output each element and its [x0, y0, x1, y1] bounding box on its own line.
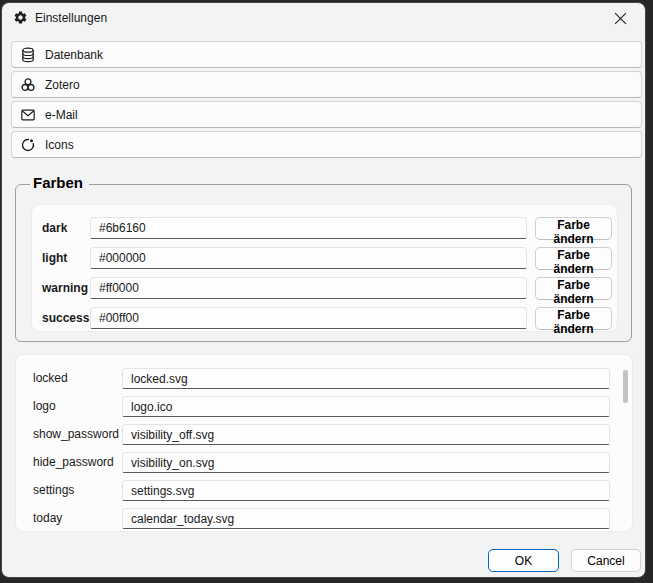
database-icon [20, 47, 36, 63]
section-label: Datenbank [45, 48, 103, 62]
change-color-button[interactable]: Farbe ändern [535, 217, 612, 240]
section-zotero[interactable]: Zotero [11, 71, 642, 98]
zotero-icon [20, 77, 36, 93]
icon-file-row-show-password: show_password [16, 424, 632, 445]
color-value-input[interactable] [90, 307, 527, 329]
icon-file-label: locked [33, 368, 68, 389]
color-row-light: light Farbe ändern [32, 247, 617, 270]
color-label: warning [42, 277, 88, 300]
icon-file-label: show_password [33, 424, 119, 445]
section-label: e-Mail [45, 108, 78, 122]
section-label: Icons [45, 138, 74, 152]
change-color-button[interactable]: Farbe ändern [535, 307, 612, 330]
icon-file-label: logo [33, 396, 56, 417]
farben-title: Farben [30, 174, 89, 191]
cancel-button[interactable]: Cancel [571, 549, 641, 572]
color-value-input[interactable] [90, 277, 527, 299]
icon-file-input[interactable] [122, 424, 610, 445]
change-color-button[interactable]: Farbe ändern [535, 277, 612, 300]
titlebar: Einstellungen [2, 3, 645, 33]
color-value-input[interactable] [90, 247, 527, 269]
icon-file-input[interactable] [122, 508, 610, 529]
icon-file-label: today [33, 508, 62, 529]
gear-icon [13, 10, 28, 25]
section-datenbank[interactable]: Datenbank [11, 41, 642, 68]
color-label: dark [42, 217, 67, 240]
icon-files-panel: locked logo show_password hide_password … [15, 354, 633, 532]
icon-file-input[interactable] [122, 452, 610, 473]
close-icon [614, 12, 627, 25]
icon-file-input[interactable] [122, 396, 610, 417]
section-label: Zotero [45, 78, 80, 92]
icon-file-label: settings [33, 480, 74, 501]
icon-file-input[interactable] [122, 480, 610, 501]
section-email[interactable]: e-Mail [11, 101, 642, 128]
farben-panel: dark Farbe ändern light Farbe ändern war… [31, 204, 618, 332]
icon-file-row-settings: settings [16, 480, 632, 501]
settings-dialog: Einstellungen Datenbank [1, 2, 646, 578]
color-value-input[interactable] [90, 217, 527, 239]
icon-file-row-logo: logo [16, 396, 632, 417]
change-color-button[interactable]: Farbe ändern [535, 247, 612, 270]
color-label: light [42, 247, 67, 270]
icon-file-row-today: today [16, 508, 632, 529]
color-row-success: success Farbe ändern [32, 307, 617, 330]
envelope-icon [20, 107, 36, 123]
section-icons[interactable]: Icons [11, 131, 642, 158]
ok-button[interactable]: OK [488, 549, 559, 572]
color-label: success [42, 307, 89, 330]
icon-file-row-locked: locked [16, 368, 632, 389]
scrollbar-thumb[interactable] [623, 370, 628, 403]
window-title: Einstellungen [35, 3, 107, 33]
color-row-dark: dark Farbe ändern [32, 217, 617, 240]
refresh-icon [20, 137, 36, 153]
icon-file-input[interactable] [122, 368, 610, 389]
icon-file-label: hide_password [33, 452, 114, 473]
icon-file-row-hide-password: hide_password [16, 452, 632, 473]
close-button[interactable] [601, 4, 639, 32]
color-row-warning: warning Farbe ändern [32, 277, 617, 300]
